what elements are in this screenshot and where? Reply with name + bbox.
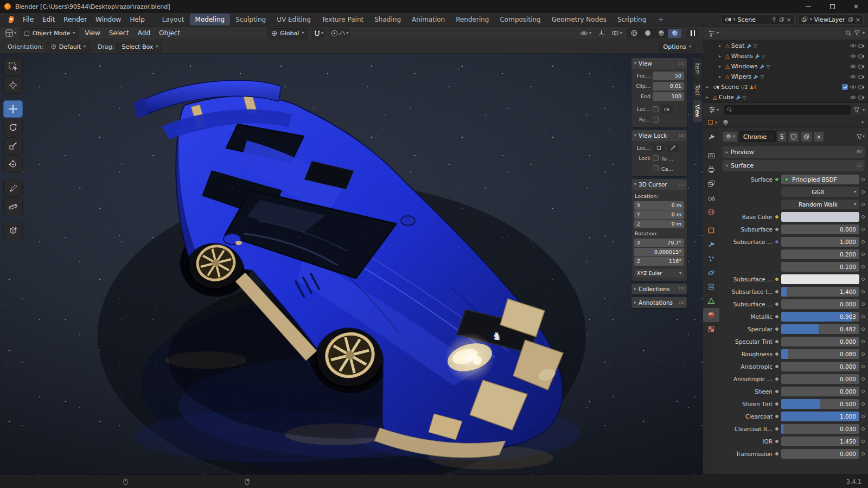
- tab-view-layer[interactable]: [703, 177, 719, 191]
- wireframe-shading-button[interactable]: [627, 29, 641, 38]
- clip-start-field[interactable]: 0.01: [653, 82, 684, 91]
- viewport-menu[interactable]: Object: [155, 28, 184, 38]
- tab-constraints[interactable]: [703, 280, 719, 294]
- menubar-menu[interactable]: Window: [91, 14, 125, 25]
- keyframe-dot[interactable]: [861, 377, 865, 381]
- rotation-mode-dropdown[interactable]: XYZ Euler▾: [634, 269, 684, 278]
- property-widget[interactable]: 0.000 ▾: [781, 387, 859, 396]
- keyframe-dot[interactable]: [861, 253, 865, 256]
- new-material-button[interactable]: [801, 131, 812, 142]
- pin-icon[interactable]: [771, 17, 777, 22]
- workspace-tab[interactable]: Compositing: [494, 14, 546, 25]
- preview-section-header[interactable]: ▸ Preview ⠿⠿: [723, 146, 865, 158]
- menubar-menu[interactable]: Edit: [38, 14, 59, 25]
- outliner-cube-row[interactable]: ▸ △ Cube ▽: [704, 92, 867, 102]
- menubar-menu[interactable]: Help: [125, 14, 149, 25]
- property-widget[interactable]: 0.500 ▾: [781, 399, 859, 409]
- annotations-panel-header[interactable]: ▸Annotations⠿⠿: [631, 297, 687, 308]
- workspace-tab[interactable]: Layout: [157, 14, 190, 25]
- keyframe-dot[interactable]: [861, 427, 865, 431]
- keyframe-dot[interactable]: [861, 228, 865, 231]
- rendered-shading-button[interactable]: [668, 29, 681, 38]
- mesh-data-icon[interactable]: ▽: [762, 54, 765, 59]
- property-widget[interactable]: ▾: [781, 274, 859, 284]
- add-cube-tool[interactable]: [3, 222, 23, 239]
- cursor-location-field[interactable]: Z0 m: [634, 220, 684, 228]
- snap-controls[interactable]: ▾: [311, 28, 326, 38]
- disable-render-camera-icon[interactable]: [858, 43, 865, 48]
- mesh-data-icon[interactable]: ▽: [754, 43, 757, 49]
- cursor-panel-header[interactable]: ▾3D Cursor⠿⠿: [631, 179, 687, 190]
- workspace-tab[interactable]: Geometry Nodes: [546, 14, 612, 25]
- local-camera-checkbox[interactable]: [653, 106, 659, 112]
- close-icon[interactable]: ×: [856, 16, 860, 23]
- hide-eye-icon[interactable]: [850, 54, 857, 59]
- menubar-menu[interactable]: Render: [59, 14, 91, 25]
- rotate-tool[interactable]: [3, 119, 23, 136]
- blender-logo-icon[interactable]: [5, 16, 15, 23]
- property-widget[interactable]: 1.400 ▾: [781, 287, 859, 297]
- tab-object-data[interactable]: [703, 294, 719, 308]
- n-panel-tab[interactable]: View: [693, 100, 702, 122]
- property-widget[interactable]: 1.450 ▾: [781, 436, 859, 446]
- mode-dropdown[interactable]: Object Mode ▾: [20, 28, 79, 38]
- tab-output[interactable]: [703, 163, 719, 177]
- keyframe-dot[interactable]: [861, 390, 865, 393]
- drag-mode-dropdown[interactable]: Select Box ▾: [117, 42, 162, 52]
- tab-tool[interactable]: [703, 130, 719, 144]
- modifier-wrench-icon[interactable]: [755, 54, 760, 59]
- hide-eye-icon[interactable]: [850, 85, 857, 89]
- transform-tool[interactable]: [3, 156, 23, 173]
- workspace-tab[interactable]: Sculpting: [230, 14, 271, 25]
- property-widget[interactable]: 0.080 ▾: [781, 349, 859, 359]
- property-widget[interactable]: 0.903 ▾: [781, 312, 859, 322]
- disable-render-camera-icon[interactable]: [858, 85, 865, 89]
- mesh-data-icon[interactable]: ▽: [760, 74, 764, 80]
- property-widget[interactable]: 0.000 ▾: [781, 299, 859, 309]
- property-widget[interactable]: 0.100 ▾: [781, 262, 859, 272]
- expand-arrow-icon[interactable]: ▸: [719, 54, 724, 59]
- expand-arrow-icon[interactable]: ▸: [719, 64, 724, 69]
- property-widget[interactable]: 0.000 ▾: [781, 224, 859, 234]
- proportional-edit-controls[interactable]: ▾: [329, 28, 350, 38]
- keyframe-dot[interactable]: [861, 402, 865, 406]
- panel-grip-icon[interactable]: ⠿⠿: [856, 150, 861, 155]
- workspace-tab[interactable]: Scripting: [612, 14, 652, 25]
- property-widget[interactable]: 1.000 ▾: [781, 412, 859, 421]
- keyframe-dot[interactable]: [861, 215, 865, 219]
- annotate-tool[interactable]: [3, 179, 23, 197]
- expand-arrow-icon[interactable]: ▸: [706, 95, 711, 100]
- cursor-location-field[interactable]: X0 m: [634, 201, 684, 210]
- outliner-object-row[interactable]: ▸ △ Seat ▽: [704, 41, 867, 51]
- eyedropper-icon[interactable]: [667, 144, 679, 152]
- orientation-dropdown[interactable]: Global ▾: [267, 28, 308, 38]
- scene-selector[interactable]: ▾ Scene ×: [722, 14, 795, 25]
- panel-grip-icon[interactable]: ⠿⠿: [679, 133, 684, 138]
- pause-button[interactable]: [686, 28, 699, 38]
- property-widget[interactable]: Random Walk ▾: [781, 200, 859, 209]
- panel-grip-icon[interactable]: ⠿⠿: [679, 61, 684, 66]
- view-lock-panel-header[interactable]: ▾View Lock⠿⠿: [631, 130, 687, 141]
- keyframe-dot[interactable]: [861, 178, 865, 181]
- lock-object-field[interactable]: [653, 144, 665, 152]
- viewlayer-selector[interactable]: ▾ ViewLayer ×: [798, 14, 864, 25]
- expand-arrow-icon[interactable]: ▸: [706, 85, 711, 89]
- view-panel-header[interactable]: ▾View⠿⠿: [631, 58, 687, 69]
- workspace-tab[interactable]: Shading: [369, 14, 406, 25]
- hide-eye-icon[interactable]: [850, 64, 857, 69]
- filter-funnel-icon[interactable]: [853, 107, 860, 113]
- keyframe-dot[interactable]: [861, 315, 865, 318]
- material-name-field[interactable]: Chrome: [739, 131, 776, 142]
- solid-shading-button[interactable]: [641, 29, 654, 38]
- close-button[interactable]: ×: [844, 0, 868, 13]
- copy-icon[interactable]: [779, 17, 784, 22]
- hide-eye-icon[interactable]: [850, 74, 857, 79]
- surface-section-header[interactable]: ▾ Surface ⠿⠿: [723, 160, 865, 171]
- mesh-data-icon[interactable]: ▽: [743, 95, 746, 100]
- material-preview-button[interactable]: [654, 29, 668, 38]
- workspace-tab[interactable]: Rendering: [450, 14, 494, 25]
- outliner-object-row[interactable]: ▸ △ Windows ▽: [704, 61, 867, 72]
- properties-editor-type-button[interactable]: ▾: [706, 105, 721, 114]
- tab-physics[interactable]: [703, 266, 719, 280]
- mesh-data-icon[interactable]: ▽: [767, 64, 770, 69]
